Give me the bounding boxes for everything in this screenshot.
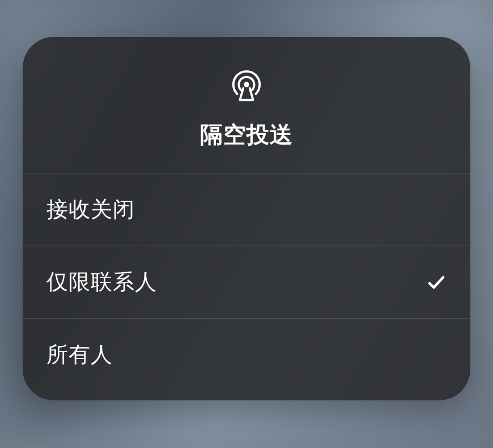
checkmark-icon [426, 272, 447, 293]
airdrop-icon [229, 68, 264, 103]
airdrop-panel: 隔空投送 接收关闭 仅限联系人 所有人 [23, 37, 470, 400]
option-everyone[interactable]: 所有人 [23, 319, 470, 400]
option-label: 所有人 [46, 340, 113, 369]
option-label: 接收关闭 [46, 195, 135, 224]
panel-title: 隔空投送 [200, 119, 293, 150]
svg-point-0 [244, 82, 249, 87]
option-contacts-only[interactable]: 仅限联系人 [23, 246, 470, 319]
options-list: 接收关闭 仅限联系人 所有人 [23, 174, 470, 400]
option-receiving-off[interactable]: 接收关闭 [23, 174, 470, 246]
option-label: 仅限联系人 [46, 268, 157, 297]
panel-header: 隔空投送 [23, 37, 470, 174]
